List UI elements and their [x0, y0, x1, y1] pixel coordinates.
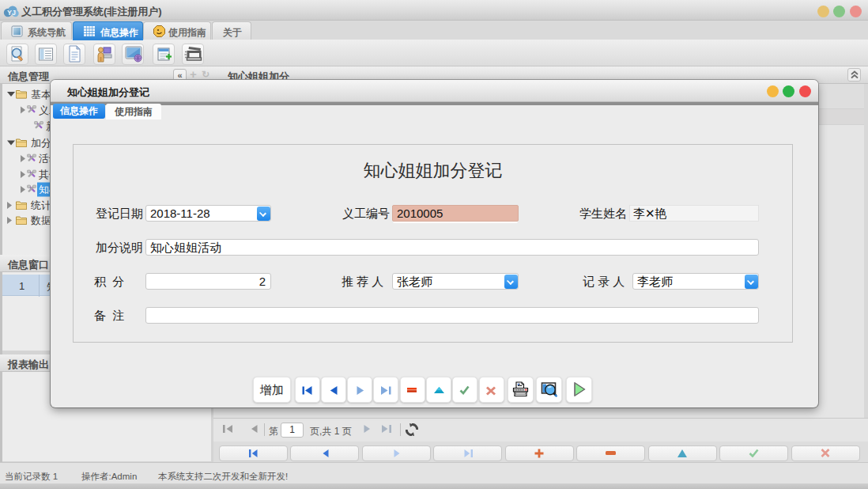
svg-text:YJ: YJ [7, 9, 16, 17]
